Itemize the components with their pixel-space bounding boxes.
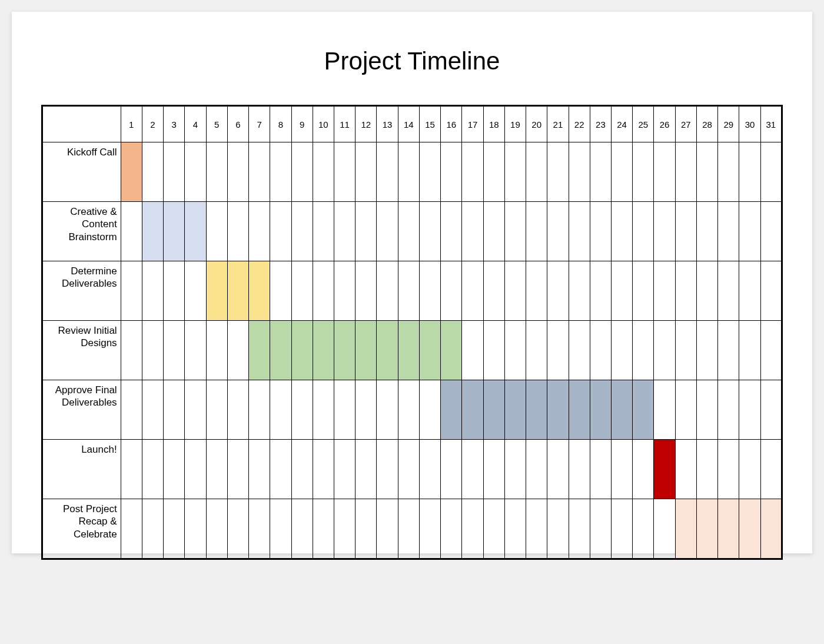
chart-title: Project Timeline — [41, 47, 783, 75]
gantt-cell-filled — [462, 380, 483, 440]
gantt-cell — [121, 321, 142, 380]
gantt-cell — [185, 380, 206, 440]
gantt-cell-filled — [164, 202, 185, 261]
gantt-cell — [419, 440, 440, 499]
gantt-cell-filled — [547, 380, 569, 440]
gantt-cell — [227, 499, 248, 559]
gantt-cell — [590, 440, 611, 499]
gantt-cell — [462, 321, 483, 380]
gantt-cell — [462, 499, 483, 559]
gantt-cell — [504, 142, 526, 202]
gantt-cell — [355, 499, 377, 559]
gantt-row: Determine Deliverables — [42, 261, 782, 321]
day-header-3: 3 — [164, 106, 185, 142]
gantt-cell-filled — [377, 321, 398, 380]
day-header-6: 6 — [227, 106, 248, 142]
gantt-cell — [633, 261, 654, 321]
day-header-12: 12 — [355, 106, 377, 142]
page-wrapper: Project Timeline 12345678910111213141516… — [0, 0, 824, 644]
gantt-cell — [249, 380, 270, 440]
gantt-cell — [547, 202, 569, 261]
day-header-31: 31 — [760, 106, 782, 142]
gantt-cell — [164, 142, 185, 202]
gantt-cell — [121, 440, 142, 499]
gantt-cell-filled — [398, 321, 419, 380]
gantt-cell — [142, 321, 163, 380]
header-blank-cell — [42, 106, 121, 142]
gantt-cell — [377, 499, 398, 559]
day-header-20: 20 — [526, 106, 547, 142]
gantt-cell — [696, 261, 717, 321]
gantt-cell — [355, 142, 377, 202]
gantt-cell — [760, 440, 782, 499]
gantt-cell — [249, 440, 270, 499]
gantt-cell — [270, 380, 291, 440]
gantt-cell — [164, 499, 185, 559]
gantt-cell — [185, 321, 206, 380]
gantt-cell — [696, 321, 717, 380]
gantt-cell — [121, 499, 142, 559]
day-header-26: 26 — [654, 106, 675, 142]
day-header-21: 21 — [547, 106, 569, 142]
gantt-cell — [633, 499, 654, 559]
gantt-cell — [270, 440, 291, 499]
gantt-cell-filled — [675, 499, 696, 559]
gantt-cell — [590, 499, 611, 559]
gantt-cell — [654, 380, 675, 440]
gantt-cell — [313, 202, 334, 261]
gantt-cell — [612, 440, 633, 499]
gantt-cell-filled — [334, 321, 355, 380]
gantt-cell — [441, 202, 462, 261]
gantt-cell — [569, 261, 590, 321]
day-header-7: 7 — [249, 106, 270, 142]
gantt-cell — [633, 440, 654, 499]
gantt-cell — [377, 142, 398, 202]
gantt-cell — [504, 321, 526, 380]
gantt-cell — [675, 202, 696, 261]
gantt-cell — [483, 440, 504, 499]
gantt-cell-filled — [504, 380, 526, 440]
day-header-11: 11 — [334, 106, 355, 142]
gantt-cell — [291, 380, 313, 440]
gantt-cell — [377, 261, 398, 321]
day-header-19: 19 — [504, 106, 526, 142]
gantt-cell — [633, 142, 654, 202]
gantt-cell — [760, 380, 782, 440]
day-header-24: 24 — [612, 106, 633, 142]
gantt-cell — [590, 321, 611, 380]
gantt-cell-filled — [760, 499, 782, 559]
day-header-30: 30 — [739, 106, 760, 142]
gantt-cell — [612, 142, 633, 202]
gantt-cell — [760, 321, 782, 380]
gantt-cell — [398, 261, 419, 321]
gantt-cell — [760, 142, 782, 202]
gantt-cell-filled — [696, 499, 717, 559]
day-header-8: 8 — [270, 106, 291, 142]
gantt-row: Approve Final Deliverables — [42, 380, 782, 440]
gantt-cell — [569, 321, 590, 380]
task-label: Kickoff Call — [42, 142, 121, 202]
gantt-cell — [355, 440, 377, 499]
gantt-cell — [419, 261, 440, 321]
gantt-cell — [206, 321, 227, 380]
day-header-9: 9 — [291, 106, 313, 142]
gantt-cell — [654, 261, 675, 321]
gantt-cell — [355, 202, 377, 261]
gantt-cell — [612, 202, 633, 261]
gantt-cell — [633, 202, 654, 261]
gantt-cell — [142, 142, 163, 202]
gantt-cell — [291, 261, 313, 321]
gantt-cell — [696, 142, 717, 202]
gantt-cell — [569, 499, 590, 559]
task-label: Determine Deliverables — [42, 261, 121, 321]
gantt-cell — [142, 499, 163, 559]
gantt-cell — [270, 202, 291, 261]
gantt-cell — [718, 321, 739, 380]
gantt-cell — [504, 440, 526, 499]
task-label: Review Initial Designs — [42, 321, 121, 380]
gantt-cell-filled — [185, 202, 206, 261]
day-header-15: 15 — [419, 106, 440, 142]
gantt-cell — [121, 261, 142, 321]
gantt-cell — [334, 440, 355, 499]
gantt-cell — [227, 321, 248, 380]
